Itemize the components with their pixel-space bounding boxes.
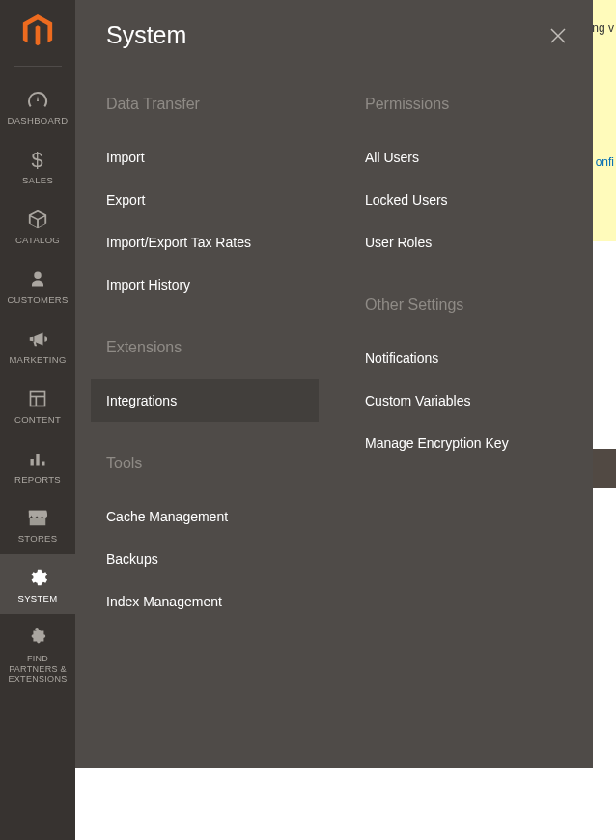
store-icon: [26, 506, 49, 529]
magento-logo[interactable]: [19, 14, 56, 50]
sidebar-label: CATALOG: [14, 236, 62, 246]
sidebar-label: MARKETING: [7, 355, 68, 366]
menu-notifications[interactable]: Notifications: [350, 337, 577, 379]
menu-custom-variables[interactable]: Custom Variables: [350, 379, 577, 422]
config-link-fragment[interactable]: onfi: [596, 155, 614, 169]
sidebar-item-customers[interactable]: CUSTOMERS: [0, 256, 75, 316]
sidebar-label: SALES: [20, 176, 55, 186]
menu-backups[interactable]: Backups: [91, 538, 319, 580]
menu-encryption-key[interactable]: Manage Encryption Key: [350, 422, 577, 464]
menu-import-export-tax[interactable]: Import/Export Tax Rates: [91, 221, 319, 264]
sidebar-item-content[interactable]: CONTENT: [0, 376, 75, 435]
sidebar-item-stores[interactable]: STORES: [0, 494, 75, 554]
flyout-body: Data Transfer Import Export Import/Expor…: [75, 49, 593, 623]
sidebar-label: SYSTEM: [16, 594, 60, 604]
svg-rect-1: [31, 391, 45, 406]
sidebar-item-partners[interactable]: FIND PARTNERS & EXTENSIONS: [0, 614, 75, 693]
flyout-title: System: [106, 21, 186, 49]
table-header-fragment: [593, 449, 616, 488]
menu-integrations[interactable]: Integrations: [91, 379, 319, 422]
sidebar-item-sales[interactable]: $ SALES: [0, 136, 75, 196]
box-icon: [26, 208, 49, 231]
svg-rect-5: [36, 454, 39, 466]
banner-text-fragment: ng v: [592, 21, 614, 35]
magento-logo-icon: [20, 14, 55, 49]
sidebar-item-system[interactable]: SYSTEM: [0, 554, 75, 614]
section-header-tools: Tools: [106, 455, 319, 472]
bars-icon: [26, 447, 49, 470]
menu-import-history[interactable]: Import History: [91, 264, 319, 306]
sidebar-label: STORES: [16, 534, 60, 545]
flyout-right-column: Permissions All Users Locked Users User …: [334, 96, 593, 623]
sidebar-item-dashboard[interactable]: DASHBOARD: [0, 76, 75, 136]
system-flyout: System Data Transfer Import Export Impor…: [75, 0, 593, 768]
sidebar-item-catalog[interactable]: CATALOG: [0, 196, 75, 256]
section-header-extensions: Extensions: [106, 339, 319, 356]
person-icon: [26, 267, 49, 291]
svg-rect-4: [31, 459, 34, 466]
section-header-data-transfer: Data Transfer: [106, 96, 319, 113]
admin-sidebar: DASHBOARD $ SALES CATALOG CUSTOMERS MARK…: [0, 0, 75, 840]
menu-import[interactable]: Import: [91, 136, 319, 179]
megaphone-icon: [26, 327, 49, 350]
sidebar-label: FIND PARTNERS & EXTENSIONS: [0, 654, 75, 684]
sidebar-label: REPORTS: [13, 475, 63, 486]
svg-rect-6: [42, 461, 44, 465]
dollar-icon: $: [26, 148, 49, 171]
sidebar-label: DASHBOARD: [6, 116, 70, 126]
sidebar-item-marketing[interactable]: MARKETING: [0, 316, 75, 376]
menu-export[interactable]: Export: [91, 179, 319, 221]
close-icon[interactable]: [548, 26, 568, 45]
gear-icon: [26, 566, 49, 589]
gauge-icon: [26, 88, 49, 111]
svg-text:$: $: [31, 148, 42, 171]
menu-index-management[interactable]: Index Management: [91, 580, 319, 623]
sidebar-divider: [14, 66, 62, 67]
section-header-other-settings: Other Settings: [365, 296, 577, 314]
section-header-permissions: Permissions: [365, 96, 577, 113]
sidebar-item-reports[interactable]: REPORTS: [0, 435, 75, 495]
menu-cache-management[interactable]: Cache Management: [91, 495, 319, 538]
menu-user-roles[interactable]: User Roles: [350, 221, 577, 264]
sidebar-label: CONTENT: [13, 415, 63, 426]
menu-locked-users[interactable]: Locked Users: [350, 179, 577, 221]
puzzle-icon: [26, 626, 49, 649]
sidebar-label: CUSTOMERS: [5, 295, 70, 306]
flyout-header: System: [75, 0, 593, 49]
menu-all-users[interactable]: All Users: [350, 136, 577, 179]
layout-icon: [26, 387, 49, 410]
flyout-left-column: Data Transfer Import Export Import/Expor…: [75, 96, 334, 623]
